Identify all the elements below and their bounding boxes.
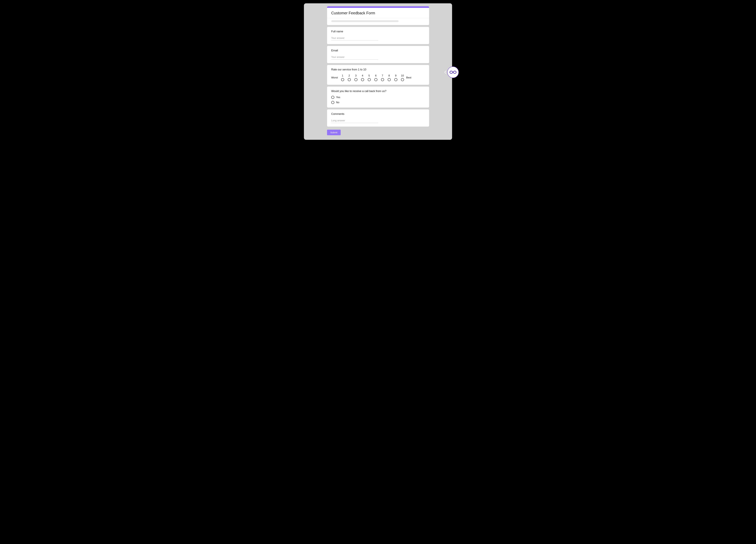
question-label: Full name (331, 30, 425, 33)
radio-icon (331, 96, 334, 99)
radio-icon (354, 78, 357, 81)
form-title: Customer Feedback Form (327, 8, 429, 18)
form-description-placeholder (331, 20, 399, 22)
rating-number: 10 (401, 74, 404, 77)
option-label: No (336, 101, 339, 104)
rating-option-6[interactable]: 6 (374, 74, 378, 81)
radio-icon (388, 78, 391, 81)
form-accent-bar (327, 6, 429, 8)
comments-input[interactable] (331, 119, 378, 123)
rating-option-10[interactable]: 10 (401, 74, 404, 81)
submit-button[interactable]: Submit (327, 130, 341, 135)
chevron-left-icon (444, 71, 446, 74)
form-wrap: Customer Feedback Form Full name Email R… (327, 6, 429, 135)
callback-options: Yes No (331, 96, 425, 104)
rating-number: 5 (368, 74, 370, 77)
rating-option-2[interactable]: 2 (348, 74, 351, 81)
radio-icon (331, 101, 334, 104)
question-callback: Would you like to receive a call back fr… (327, 87, 429, 108)
rating-low-label: Worst (331, 76, 341, 79)
rating-number: 6 (375, 74, 376, 77)
question-comments: Comments (327, 109, 429, 127)
rating-number: 9 (395, 74, 396, 77)
radio-icon (341, 78, 344, 81)
radio-icon (348, 78, 351, 81)
rating-number: 7 (382, 74, 383, 77)
callback-option-no[interactable]: No (331, 101, 425, 104)
widget-collapse-toggle[interactable] (444, 69, 447, 75)
widget-launcher[interactable] (447, 67, 459, 78)
rating-number: 1 (342, 74, 343, 77)
radio-icon (374, 78, 377, 81)
radio-icon (368, 78, 371, 81)
fullname-input[interactable] (331, 36, 378, 41)
question-email: Email (327, 46, 429, 63)
rating-number: 2 (349, 74, 350, 77)
infinity-icon (450, 70, 456, 74)
floating-widget (444, 67, 459, 78)
rating-number: 3 (355, 74, 357, 77)
question-label: Comments (331, 112, 425, 116)
rating-option-5[interactable]: 5 (368, 74, 371, 81)
rating-high-label: Best (404, 76, 414, 79)
question-label: Would you like to receive a call back fr… (331, 90, 425, 93)
question-label: Rate our service from 1 to 10 (331, 68, 425, 71)
rating-option-9[interactable]: 9 (394, 74, 398, 81)
radio-icon (381, 78, 384, 81)
question-label: Email (331, 49, 425, 52)
question-rating: Rate our service from 1 to 10 Worst 1 2 … (327, 65, 429, 85)
rating-option-4[interactable]: 4 (361, 74, 364, 81)
rating-scale-row: Worst 1 2 3 4 5 6 7 8 9 10 Best (331, 74, 425, 81)
callback-option-yes[interactable]: Yes (331, 96, 425, 99)
rating-option-1[interactable]: 1 (341, 74, 344, 81)
rating-options: 1 2 3 4 5 6 7 8 9 10 (341, 74, 404, 81)
form-header-card: Customer Feedback Form (327, 6, 429, 25)
radio-icon (401, 78, 404, 81)
question-fullname: Full name (327, 27, 429, 44)
rating-option-3[interactable]: 3 (354, 74, 358, 81)
option-label: Yes (336, 96, 340, 99)
rating-number: 8 (388, 74, 390, 77)
email-input[interactable] (331, 55, 378, 60)
rating-number: 4 (362, 74, 363, 77)
rating-option-7[interactable]: 7 (381, 74, 384, 81)
radio-icon (361, 78, 364, 81)
radio-icon (394, 78, 397, 81)
rating-option-8[interactable]: 8 (388, 74, 391, 81)
form-stage: Customer Feedback Form Full name Email R… (304, 3, 452, 140)
